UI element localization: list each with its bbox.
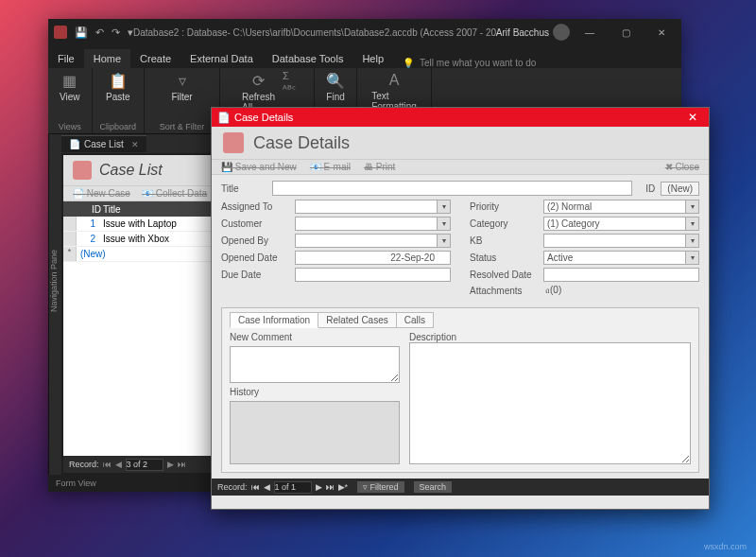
last-record-button[interactable]: ⏭: [326, 482, 335, 492]
resolved-date-field[interactable]: [543, 268, 699, 282]
avatar[interactable]: [553, 24, 570, 41]
next-record-button[interactable]: ▶: [316, 482, 322, 492]
close-link[interactable]: ✖ Close: [665, 162, 699, 172]
first-record-button[interactable]: ⏮: [251, 482, 260, 492]
save-and-new-link[interactable]: 💾 Save and New: [221, 162, 297, 172]
details-form: Title ID (New) Assigned To▾ Customer▾ Op…: [212, 175, 709, 479]
chevron-down-icon[interactable]: ▾: [685, 252, 698, 264]
doc-tab-case-list[interactable]: 📄 Case List ✕: [61, 135, 146, 152]
first-record-button[interactable]: ⏮: [103, 460, 112, 469]
attachments-label: Attachments: [470, 286, 538, 296]
opened-by-label: Opened By: [221, 235, 289, 246]
attachments-value[interactable]: 𝔞(0): [543, 285, 699, 296]
ribbon-group-clipboard: 📋Paste Clipboard: [93, 68, 146, 133]
form-title: Case List: [99, 162, 163, 179]
opened-date-field[interactable]: 22-Sep-20: [295, 251, 451, 265]
tab-related-cases[interactable]: Related Cases: [318, 312, 397, 328]
title-label: Title: [221, 183, 266, 194]
close-tab-icon[interactable]: ✕: [131, 140, 139, 149]
tab-external-data[interactable]: External Data: [180, 49, 263, 68]
search-chip[interactable]: Search: [414, 481, 453, 493]
case-details-icon: [223, 132, 244, 153]
maximize-button[interactable]: ▢: [610, 19, 642, 45]
new-record-button[interactable]: ▶*: [338, 482, 349, 492]
customer-combo[interactable]: ▾: [295, 217, 451, 231]
chevron-down-icon[interactable]: ▾: [685, 235, 698, 247]
find-button[interactable]: 🔍Find: [322, 70, 349, 104]
chevron-down-icon[interactable]: ▾: [437, 200, 450, 213]
cell-id[interactable]: 2: [77, 234, 99, 244]
record-label: Record:: [69, 460, 99, 469]
new-case-link[interactable]: 📄 New Case: [73, 188, 130, 199]
row-selector[interactable]: [63, 232, 77, 246]
text-icon: A: [389, 72, 400, 89]
navigation-pane[interactable]: Navigation Pane: [48, 134, 61, 475]
category-combo[interactable]: (1) Category▾: [543, 217, 699, 231]
tab-database-tools[interactable]: Database Tools: [263, 49, 353, 68]
chevron-down-icon[interactable]: ▾: [685, 218, 698, 230]
prev-record-button[interactable]: ◀: [115, 460, 122, 469]
filter-button[interactable]: ▿Filter: [167, 70, 196, 104]
totals-icon[interactable]: Σ: [283, 70, 296, 81]
details-title: Case Details: [253, 133, 350, 153]
record-position[interactable]: [274, 481, 312, 494]
minimize-button[interactable]: —: [574, 19, 606, 45]
status-combo[interactable]: Active▾: [543, 251, 699, 265]
close-button[interactable]: ✕: [645, 19, 678, 45]
tab-calls[interactable]: Calls: [396, 312, 434, 328]
kb-combo[interactable]: ▾: [543, 234, 699, 248]
details-close-button[interactable]: ✕: [677, 111, 709, 124]
prev-record-button[interactable]: ◀: [264, 482, 270, 492]
tab-strip: Case Information Related Cases Calls: [230, 312, 691, 328]
priority-label: Priority: [470, 201, 538, 212]
next-record-button[interactable]: ▶: [167, 460, 174, 469]
view-button[interactable]: ▦View: [56, 70, 84, 104]
due-date-field[interactable]: [295, 268, 451, 282]
description-input[interactable]: [409, 342, 691, 464]
group-label-views: Views: [59, 122, 81, 131]
id-value: (New): [661, 182, 699, 196]
tab-case-information[interactable]: Case Information: [230, 312, 318, 328]
history-label: History: [230, 387, 400, 397]
priority-combo[interactable]: (2) Normal▾: [543, 200, 699, 214]
spelling-icon[interactable]: ᴬᴮᶜ: [283, 83, 296, 96]
tab-help[interactable]: Help: [352, 49, 393, 68]
id-label: ID: [645, 183, 655, 194]
access-icon: [54, 26, 67, 39]
filtered-chip[interactable]: ▿ Filtered: [357, 481, 404, 493]
bulb-icon: 💡: [403, 58, 414, 68]
last-record-button[interactable]: ⏭: [178, 460, 186, 469]
new-row-label[interactable]: (New): [77, 249, 99, 259]
tell-me-search[interactable]: 💡Tell me what you want to do: [403, 58, 536, 68]
details-toolbar: 💾 Save and New 📧 E-mail 🖶 Print ✖ Close: [212, 160, 709, 175]
kb-label: KB: [470, 235, 538, 246]
new-comment-input[interactable]: [230, 346, 400, 383]
col-header-id[interactable]: ID: [77, 204, 99, 215]
row-selector[interactable]: *: [63, 247, 77, 261]
tab-file[interactable]: File: [48, 49, 84, 68]
row-selector[interactable]: [63, 217, 77, 231]
user-name[interactable]: Arif Bacchus: [496, 27, 549, 38]
paste-button[interactable]: 📋Paste: [102, 70, 134, 104]
tab-home[interactable]: Home: [84, 49, 130, 68]
collect-data-link[interactable]: 📧 Collect Data: [142, 188, 207, 199]
email-link[interactable]: 📧 E-mail: [310, 162, 351, 172]
assigned-to-combo[interactable]: ▾: [295, 200, 451, 214]
record-position[interactable]: [126, 459, 163, 471]
tab-create[interactable]: Create: [130, 49, 180, 68]
watermark: wsxdn.com: [704, 542, 747, 551]
qat-undo-icon[interactable]: ↶: [95, 26, 104, 39]
record-label: Record:: [217, 482, 248, 492]
opened-by-combo[interactable]: ▾: [295, 234, 451, 248]
chevron-down-icon[interactable]: ▾: [437, 235, 450, 247]
status-label: Status: [470, 252, 538, 263]
chevron-down-icon[interactable]: ▾: [685, 200, 698, 213]
title-input[interactable]: [272, 181, 632, 196]
chevron-down-icon[interactable]: ▾: [437, 218, 450, 230]
qat-save-icon[interactable]: 💾: [75, 26, 88, 39]
print-link[interactable]: 🖶 Print: [364, 162, 395, 172]
cell-id[interactable]: 1: [77, 218, 99, 229]
group-label-sort: Sort & Filter: [160, 122, 205, 131]
qat-redo-icon[interactable]: ↷: [112, 26, 120, 39]
history-box: [230, 401, 400, 464]
